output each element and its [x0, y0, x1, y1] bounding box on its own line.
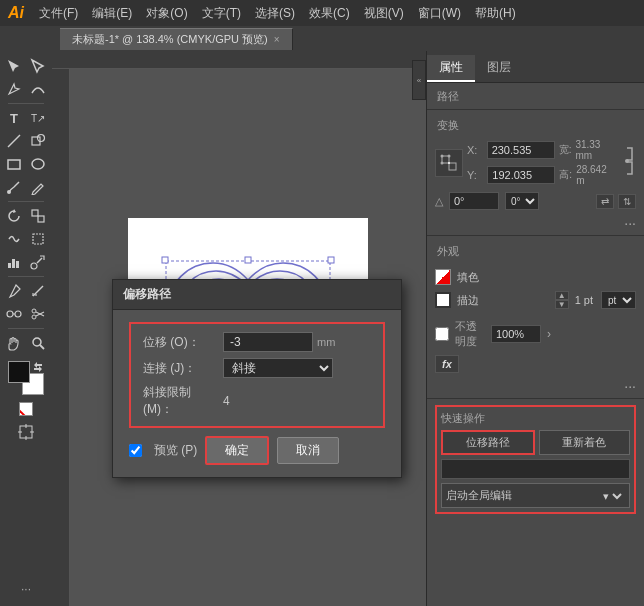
eyedropper-tool[interactable] — [3, 280, 25, 302]
menu-view[interactable]: 视图(V) — [357, 3, 411, 24]
join-select[interactable]: 斜接 圆角 斜切 — [223, 358, 333, 378]
y-input[interactable] — [487, 166, 555, 184]
appearance-section: 填色 描边 ▲ ▼ 1 pt pt — [427, 262, 644, 316]
fill-row: 填色 — [435, 266, 636, 288]
touch-type-tool[interactable]: T↗ — [27, 107, 49, 129]
scale-tool[interactable] — [27, 205, 49, 227]
main-area: T T↗ — [0, 51, 644, 606]
graph-tool[interactable] — [3, 251, 25, 273]
pen-tool[interactable] — [3, 78, 25, 100]
pencil-tool[interactable] — [27, 176, 49, 198]
x-input[interactable] — [487, 141, 555, 159]
quick-action-btns: 位移路径 重新着色 — [441, 430, 630, 455]
angle-input[interactable] — [449, 192, 499, 210]
constrain-btn[interactable] — [618, 144, 636, 181]
hand-tool[interactable] — [3, 332, 25, 354]
scissors-tool[interactable] — [27, 303, 49, 325]
tool-row-eyedrop — [3, 280, 49, 302]
svg-rect-10 — [12, 259, 15, 268]
menu-effect[interactable]: 效果(C) — [302, 3, 357, 24]
tool-row-rotate — [3, 205, 49, 227]
zoom-tool[interactable] — [27, 332, 49, 354]
tool-row-extra — [15, 421, 37, 443]
doc-tab-close[interactable]: × — [274, 34, 280, 45]
no-fill-icon[interactable] — [19, 402, 33, 416]
menu-select[interactable]: 选择(S) — [248, 3, 302, 24]
quick-actions-divider — [427, 398, 644, 399]
recolor-btn[interactable]: 重新着色 — [539, 430, 631, 455]
search-input-row — [441, 459, 630, 479]
curvature-tool[interactable] — [27, 78, 49, 100]
appearance-more-btn[interactable]: ··· — [427, 376, 644, 396]
fill-stroke-extras — [19, 402, 33, 416]
ok-button[interactable]: 确定 — [205, 436, 269, 465]
svg-rect-8 — [33, 234, 43, 244]
opacity-checkbox[interactable] — [435, 327, 449, 341]
symbol-sprayer[interactable] — [27, 251, 49, 273]
menu-object[interactable]: 对象(O) — [139, 3, 194, 24]
opacity-expand-btn[interactable]: › — [547, 327, 551, 341]
tool-row-line — [3, 130, 49, 152]
fill-swatch-icon[interactable] — [435, 269, 451, 285]
swap-colors-btn[interactable] — [32, 361, 44, 373]
menu-edit[interactable]: 编辑(E) — [85, 3, 139, 24]
tool-row-blend — [3, 303, 49, 325]
tab-properties[interactable]: 属性 — [427, 55, 475, 82]
paint-brush[interactable] — [3, 176, 25, 198]
svg-rect-32 — [245, 257, 251, 263]
shape-builder[interactable] — [27, 130, 49, 152]
svg-point-17 — [15, 311, 21, 317]
appearance-divider — [427, 235, 644, 236]
measure-tool[interactable] — [27, 280, 49, 302]
rect-tool[interactable] — [3, 153, 25, 175]
global-edit-dropdown[interactable]: ▾ — [599, 489, 625, 503]
join-row: 连接 (J)： 斜接 圆角 斜切 — [143, 358, 371, 378]
flip-h-btn[interactable]: ⇄ — [596, 194, 614, 209]
svg-point-45 — [625, 159, 629, 163]
angle-dropdown[interactable]: 0° — [505, 192, 539, 210]
document-tab[interactable]: 未标题-1* @ 138.4% (CMYK/GPU 预览) × — [60, 28, 293, 50]
direct-select-tool[interactable] — [27, 55, 49, 77]
svg-point-12 — [31, 263, 37, 269]
line-tool[interactable] — [3, 130, 25, 152]
type-tool[interactable]: T — [3, 107, 25, 129]
warp-tool[interactable] — [3, 228, 25, 250]
preview-checkbox[interactable] — [129, 444, 142, 457]
blend-tool[interactable] — [3, 303, 25, 325]
tools-more[interactable]: ··· — [8, 578, 44, 600]
fx-button[interactable]: fx — [435, 355, 459, 373]
menu-help[interactable]: 帮助(H) — [468, 3, 523, 24]
artboard-tool[interactable] — [15, 421, 37, 443]
menu-file[interactable]: 文件(F) — [32, 3, 85, 24]
panel-tabs: 属性 图层 — [427, 51, 644, 83]
offset-path-dialog[interactable]: 偏移路径 位移 (O)： mm 连接 (J)： 斜接 — [112, 279, 402, 478]
offset-path-btn[interactable]: 位移路径 — [441, 430, 535, 455]
menu-text[interactable]: 文字(T) — [195, 3, 248, 24]
tab-layers[interactable]: 图层 — [475, 55, 523, 82]
menu-window[interactable]: 窗口(W) — [411, 3, 468, 24]
join-label: 连接 (J)： — [143, 360, 223, 377]
tool-row-select — [3, 55, 49, 77]
dialog-title: 偏移路径 — [113, 280, 401, 310]
stroke-swatch-icon[interactable] — [435, 292, 451, 308]
miter-label: 斜接限制 (M)： — [143, 384, 223, 418]
svg-point-43 — [441, 161, 444, 164]
panel-collapse-btn[interactable]: « — [412, 60, 426, 100]
stroke-up-btn[interactable]: ▲ — [555, 291, 569, 300]
foreground-color-box[interactable] — [8, 361, 30, 383]
tool-more-btn[interactable]: ··· — [8, 578, 44, 606]
free-transform[interactable] — [27, 228, 49, 250]
global-edit-btn[interactable]: 启动全局编辑 ▾ — [441, 483, 630, 508]
ellipse-tool[interactable] — [27, 153, 49, 175]
stroke-unit-select[interactable]: pt — [601, 291, 636, 309]
opacity-input[interactable] — [491, 325, 541, 343]
cancel-button[interactable]: 取消 — [277, 437, 339, 464]
fx-row: fx — [427, 352, 644, 376]
rotate-tool[interactable] — [3, 205, 25, 227]
offset-input[interactable] — [223, 332, 313, 352]
quick-action-search[interactable] — [441, 459, 630, 479]
stroke-down-btn[interactable]: ▼ — [555, 300, 569, 309]
select-tool[interactable] — [3, 55, 25, 77]
flip-v-btn[interactable]: ⇅ — [618, 194, 636, 209]
transform-more-btn[interactable]: ··· — [427, 213, 644, 233]
